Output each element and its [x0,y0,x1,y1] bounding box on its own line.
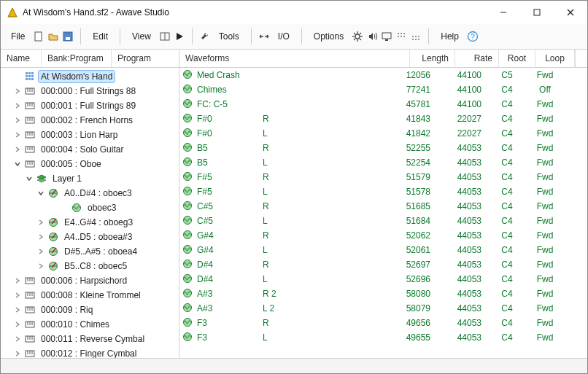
cell-root: C4 [489,99,525,109]
tree-sample[interactable]: oboec3 [2,200,179,215]
col-loop[interactable]: Loop [535,50,575,67]
collapse-icon[interactable] [36,188,46,198]
col-waveforms[interactable]: Waveforms [179,50,410,67]
midi-in-icon[interactable] [395,30,408,43]
waveform-row[interactable]: F#0R4184322027C4Fwd [179,112,587,126]
expand-icon[interactable] [12,276,23,286]
menu-edit[interactable]: Edit [87,28,114,44]
tree-root[interactable]: At Wisdom's Hand [2,69,179,84]
tree-region[interactable]: E4..G#4 : oboeg3 [2,215,179,230]
waveform-row[interactable]: D#4R5269744053C4Fwd [179,257,587,272]
waveform-row[interactable]: A#3R 25808044053C4Fwd [179,287,587,301]
menu-help[interactable]: Help [435,28,465,44]
tree-region[interactable]: B5..C8 : oboec5 [2,259,179,273]
tree-instrument[interactable]: 000:004 : Solo Guitar [2,142,179,157]
expand-icon[interactable] [12,348,23,359]
tree-instrument[interactable]: 000:005 : Oboe [2,157,179,171]
waveform-row[interactable]: F3R4965644053C4Fwd [179,316,587,330]
col-program[interactable]: Program [112,50,179,67]
tree-instrument[interactable]: 000:011 : Reverse Cymbal [2,332,179,346]
monitor-icon[interactable] [380,30,393,43]
cell-root: C4 [489,172,525,182]
cell-length: 49656 [385,318,438,328]
waveform-row[interactable]: F#5R5157944053C4Fwd [179,170,587,184]
waveform-row[interactable]: F#0L4184222027C4Fwd [179,126,587,141]
tree-instrument[interactable]: 000:010 : Chimes [2,317,179,332]
tree-instrument[interactable]: 000:003 : Lion Harp [2,128,179,142]
menu-io[interactable]: I/O [272,28,295,44]
waveform-row[interactable]: Med Crash1205644100C5Fwd [179,68,587,82]
expand-icon[interactable] [12,130,23,140]
menu-view[interactable]: View [126,28,157,44]
expand-icon[interactable] [12,86,23,96]
collapse-icon[interactable] [12,159,23,169]
tree-instrument[interactable]: 000:012 : Finger Cymbal [2,346,179,359]
waveform-row[interactable]: F3L4965544053C4Fwd [179,330,587,345]
col-name[interactable]: Name [1,50,42,67]
collapse-icon[interactable] [24,174,34,184]
play-icon[interactable] [173,30,186,43]
waveform-row[interactable]: FC: C-54578144100C4Fwd [179,97,587,112]
waveform-row[interactable]: B5R5225544053C4Fwd [179,141,587,155]
tree-instrument[interactable]: 000:001 : Full Strings 89 [2,98,179,113]
instrument-tree[interactable]: At Wisdom's Hand000:000 : Full Strings 8… [1,68,179,359]
cell-channel: L [263,216,385,226]
menu-file[interactable]: File [5,28,31,44]
window-close-button[interactable] [554,1,587,24]
expand-icon[interactable] [12,305,23,315]
tree-region[interactable]: D#5..A#5 : oboea4 [2,244,179,259]
col-bankprogram[interactable]: Bank:Program [42,50,112,67]
tree-region[interactable]: A4..D5 : oboea#3 [2,230,179,244]
tree-instrument[interactable]: 000:002 : French Horns [2,113,179,128]
layout-icon[interactable] [158,30,171,43]
waveform-row[interactable]: C#5R5168544053C4Fwd [179,199,587,214]
sound-icon[interactable] [365,30,379,43]
window-maximize-button[interactable] [520,1,554,24]
expand-icon[interactable] [12,144,23,155]
cell-name: Med Crash [197,70,263,80]
cell-rate: 44053 [438,187,489,197]
status-bar [1,358,587,373]
expand-icon[interactable] [36,246,46,257]
waveform-grid[interactable]: Med Crash1205644100C5FwdChimes7724144100… [179,68,587,358]
expand-icon[interactable] [12,290,23,300]
waveform-row[interactable]: Chimes7724144100C4Off [179,82,587,97]
tree-layer[interactable]: Layer 1 [2,171,179,186]
tree-region[interactable]: A0..D#4 : oboec3 [2,186,179,200]
expand-icon[interactable] [12,334,23,344]
expand-icon[interactable] [36,217,46,227]
menu-options[interactable]: Options [308,28,349,44]
save-icon[interactable] [61,30,74,43]
expand-icon[interactable] [36,261,46,271]
midi-out-icon[interactable] [409,30,422,43]
gear-icon[interactable] [351,30,364,43]
new-icon[interactable] [32,30,45,43]
cell-name: C#5 [197,201,263,211]
menu-tools[interactable]: Tools [213,28,245,44]
col-length[interactable]: Length [410,50,455,67]
col-root[interactable]: Root [499,50,535,67]
expand-icon[interactable] [12,101,23,111]
waveform-row[interactable]: C#5L5168444053C4Fwd [179,214,587,228]
waveform-row[interactable]: F#5L5157844053C4Fwd [179,184,587,199]
instrument-header: Name Bank:Program Program [1,50,179,68]
svg-point-29 [415,36,417,37]
tree-instrument[interactable]: 000:009 : Riq [2,303,179,317]
tree-instrument[interactable]: 000:000 : Full Strings 88 [2,84,179,98]
expand-icon[interactable] [36,232,46,242]
open-icon[interactable] [47,30,60,43]
cell-name: F#0 [197,114,263,124]
expand-icon[interactable] [12,115,23,125]
cell-length: 58080 [385,289,438,299]
window-minimize-button[interactable] [487,1,520,24]
tree-instrument[interactable]: 000:008 : Kleine Trommel [2,288,179,303]
waveform-row[interactable]: D#4L5269644053C4Fwd [179,272,587,287]
tree-instrument[interactable]: 000:006 : Harpsichord [2,273,179,288]
help-icon[interactable]: ? [466,30,479,43]
waveform-row[interactable]: B5L5225444053C4Fwd [179,155,587,170]
expand-icon[interactable] [12,319,23,330]
waveform-row[interactable]: A#3L 25807944053C4Fwd [179,301,587,316]
waveform-row[interactable]: G#4L5206144053C4Fwd [179,243,587,257]
waveform-row[interactable]: G#4R5206244053C4Fwd [179,228,587,243]
col-rate[interactable]: Rate [455,50,499,67]
